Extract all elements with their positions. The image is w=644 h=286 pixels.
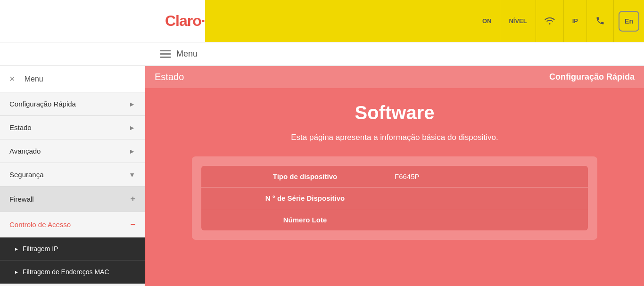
seguranca-label: Segurança <box>9 171 44 179</box>
nivel-label: NÍVEL <box>509 17 527 25</box>
close-icon[interactable]: × <box>9 74 15 84</box>
filtragem-mac-label: Filtragem de Endereços MAC <box>23 268 109 276</box>
estado-page-label: Estado <box>155 72 184 82</box>
plus-icon: + <box>130 194 135 204</box>
sidebar-item-controles-pais[interactable]: Controles dos Pais <box>0 284 145 286</box>
status-on[interactable]: ON <box>474 0 501 42</box>
sidebar-top: × Menu <box>0 66 145 92</box>
firewall-label: Firewall <box>9 195 34 203</box>
estado-label: Estado <box>9 123 32 131</box>
info-row-serie: N ° de Série Dispositivo <box>201 188 588 209</box>
logo-area: Claro· <box>0 0 205 42</box>
software-description: Esta página apresenta a informação básic… <box>291 133 498 142</box>
status-nivel[interactable]: NÍVEL <box>500 0 536 42</box>
chevron-right-icon: ► <box>129 124 135 131</box>
lang-button[interactable]: En <box>619 11 639 32</box>
status-wifi[interactable] <box>536 0 564 42</box>
ip-label: IP <box>572 17 578 25</box>
logo: Claro· <box>165 12 205 30</box>
info-inner-card: Tipo de dispositivo F6645P N ° de Série … <box>201 166 588 230</box>
top-bar: Claro· ON NÍVEL IP En <box>0 0 644 42</box>
menu-toggle-area[interactable]: Menu <box>160 49 198 59</box>
tipo-dispositivo-value: F6645P <box>395 172 574 180</box>
sidebar: × Menu Configuração Rápida ► Estado ► Av… <box>0 66 145 286</box>
chevron-right-icon: ► <box>129 147 135 155</box>
configuracao-rapida-label: Configuração Rápida <box>9 100 76 108</box>
minus-icon: − <box>130 220 135 229</box>
wifi-icon <box>545 16 555 25</box>
sidebar-item-firewall[interactable]: Firewall + <box>0 187 145 212</box>
status-ip[interactable]: IP <box>564 0 587 42</box>
info-row-tipo: Tipo de dispositivo F6645P <box>201 166 588 188</box>
menu-bar: Menu <box>0 42 644 66</box>
chevron-right-icon: ► <box>129 100 135 108</box>
info-row-lote: Número Lote <box>201 209 588 230</box>
status-phone[interactable] <box>587 0 614 42</box>
hamburger-icon[interactable] <box>160 50 171 58</box>
sidebar-item-seguranca[interactable]: Segurança ▼ <box>0 163 145 187</box>
content-body: Software Esta página apresenta a informa… <box>145 88 644 249</box>
config-rapida-page-label: Configuração Rápida <box>549 72 635 82</box>
tipo-dispositivo-label: Tipo de dispositivo <box>215 172 395 180</box>
sidebar-item-filtragem-ip[interactable]: ► Filtragem IP <box>0 237 145 261</box>
serie-dispositivo-label: N ° de Série Dispositivo <box>215 194 395 202</box>
controlo-acesso-label: Controlo de Acesso <box>9 221 71 229</box>
status-bar: ON NÍVEL IP En <box>205 0 644 42</box>
filtragem-ip-label: Filtragem IP <box>23 245 58 253</box>
menu-bar-label: Menu <box>176 49 198 59</box>
sidebar-item-avancado[interactable]: Avançado ► <box>0 139 145 163</box>
avancado-label: Avançado <box>9 147 41 155</box>
content-header: Estado Configuração Rápida <box>145 66 644 88</box>
sidebar-item-filtragem-mac[interactable]: ► Filtragem de Endereços MAC <box>0 261 145 284</box>
main-layout: × Menu Configuração Rápida ► Estado ► Av… <box>0 66 644 286</box>
software-title: Software <box>355 102 435 123</box>
info-outer-card: Tipo de dispositivo F6645P N ° de Série … <box>192 156 597 240</box>
triangle-icon: ► <box>14 270 19 275</box>
content-area: Estado Configuração Rápida Software Esta… <box>145 66 644 286</box>
sidebar-item-configuracao-rapida[interactable]: Configuração Rápida ► <box>0 92 145 116</box>
on-label: ON <box>482 17 492 25</box>
sidebar-menu-label: Menu <box>25 75 43 83</box>
phone-icon <box>595 16 605 25</box>
sidebar-item-estado[interactable]: Estado ► <box>0 116 145 139</box>
numero-lote-label: Número Lote <box>215 216 395 224</box>
sidebar-item-controlo-acesso[interactable]: Controlo de Acesso − <box>0 212 145 237</box>
triangle-icon: ► <box>14 246 19 252</box>
chevron-down-icon: ▼ <box>129 171 135 179</box>
